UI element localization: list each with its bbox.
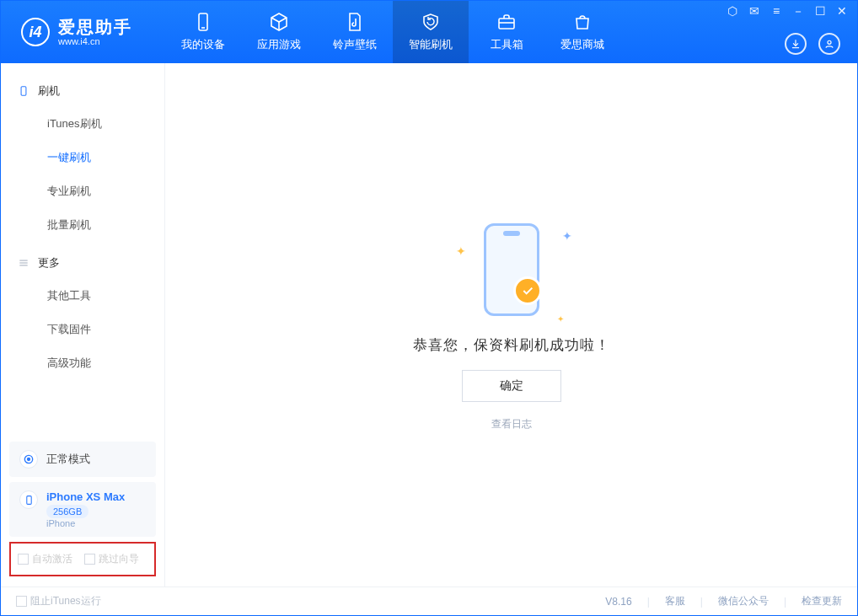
- sidebar-item-pro-flash[interactable]: 专业刷机: [1, 174, 164, 208]
- ok-button[interactable]: 确定: [462, 370, 561, 402]
- brand-sub: www.i4.cn: [58, 36, 132, 46]
- mode-icon: [19, 450, 38, 469]
- nav-my-device[interactable]: 我的设备: [165, 1, 241, 63]
- minimize-button[interactable]: －: [791, 4, 805, 19]
- menu-icon[interactable]: ≡: [770, 4, 783, 19]
- nav-store[interactable]: 爱思商城: [544, 1, 620, 63]
- brand-title: 爱思助手: [58, 18, 132, 36]
- success-message: 恭喜您，保资料刷机成功啦！: [413, 335, 610, 355]
- mode-card[interactable]: 正常模式: [9, 442, 156, 477]
- device-type: iPhone: [46, 518, 125, 528]
- block-itunes-checkbox[interactable]: 阻止iTunes运行: [16, 594, 101, 608]
- briefcase-icon: [496, 12, 517, 32]
- logo-mark-icon: i4: [21, 18, 50, 46]
- user-button[interactable]: [818, 33, 840, 55]
- nav-ringtone[interactable]: 铃声壁纸: [317, 1, 393, 63]
- sidebar-item-download-firmware[interactable]: 下载固件: [1, 313, 164, 346]
- device-card-icon: [19, 490, 38, 509]
- svg-point-11: [28, 458, 30, 461]
- main-nav: 我的设备 应用游戏 铃声壁纸 智能刷机 工具箱 爱思商城: [165, 1, 620, 63]
- check-icon: [513, 276, 542, 305]
- nav-toolbox[interactable]: 工具箱: [469, 1, 544, 63]
- download-icon: [790, 38, 802, 50]
- window-controls: ⬡ ✉ ≡ － ☐ ✕: [726, 4, 849, 19]
- mode-text: 正常模式: [46, 452, 90, 467]
- svg-rect-6: [21, 87, 26, 96]
- bag-icon: [572, 12, 593, 32]
- skin-icon[interactable]: ⬡: [726, 4, 739, 19]
- music-file-icon: [345, 12, 365, 32]
- brand-logo: i4 爱思助手 www.i4.cn: [1, 18, 165, 46]
- nav-smart-flash[interactable]: 智能刷机: [393, 1, 469, 63]
- feedback-icon[interactable]: ✉: [748, 4, 761, 19]
- close-button[interactable]: ✕: [835, 4, 849, 19]
- options-row: 自动激活 跳过向导: [9, 542, 156, 576]
- device-storage-badge: 256GB: [46, 505, 88, 518]
- version-label: V8.16: [605, 596, 631, 608]
- device-card[interactable]: iPhone XS Max 256GB iPhone: [9, 482, 156, 537]
- body-area: 刷机 iTunes刷机 一键刷机 专业刷机 批量刷机 更多 其他工具 下载固件 …: [1, 63, 857, 587]
- phone-icon: [193, 12, 213, 32]
- sidebar-item-one-click-flash[interactable]: 一键刷机: [1, 141, 164, 174]
- list-icon: [18, 257, 29, 269]
- sidebar-item-advanced[interactable]: 高级功能: [1, 346, 164, 380]
- sidebar-section-more[interactable]: 更多: [1, 247, 164, 279]
- sidebar-item-itunes-flash[interactable]: iTunes刷机: [1, 107, 164, 141]
- skip-guide-checkbox[interactable]: 跳过向导: [84, 552, 139, 566]
- header-right-actions: [785, 33, 840, 55]
- footer-bar: 阻止iTunes运行 V8.16 | 客服 | 微信公众号 | 检查更新: [1, 587, 857, 615]
- svg-point-5: [828, 40, 831, 44]
- maximize-button[interactable]: ☐: [813, 4, 827, 19]
- sidebar-section-flash[interactable]: 刷机: [1, 75, 164, 107]
- main-panel: ✦ ✦ ✦ 恭喜您，保资料刷机成功啦！ 确定 查看日志: [165, 63, 857, 587]
- refresh-shield-icon: [421, 12, 441, 32]
- sidebar: 刷机 iTunes刷机 一键刷机 专业刷机 批量刷机 更多 其他工具 下载固件 …: [1, 63, 165, 587]
- wechat-link[interactable]: 微信公众号: [718, 594, 769, 608]
- view-log-link[interactable]: 查看日志: [491, 417, 532, 431]
- svg-rect-2: [499, 19, 514, 29]
- header-bar: i4 爱思助手 www.i4.cn 我的设备 应用游戏 铃声壁纸 智能刷机: [1, 1, 857, 63]
- customer-service-link[interactable]: 客服: [665, 594, 685, 608]
- check-update-link[interactable]: 检查更新: [802, 594, 842, 608]
- svg-rect-12: [26, 495, 30, 504]
- device-icon: [18, 85, 29, 97]
- success-illustration: ✦ ✦ ✦: [461, 219, 562, 320]
- nav-apps[interactable]: 应用游戏: [241, 1, 317, 63]
- app-window: i4 爱思助手 www.i4.cn 我的设备 应用游戏 铃声壁纸 智能刷机: [0, 0, 858, 616]
- sidebar-item-other-tools[interactable]: 其他工具: [1, 279, 164, 313]
- device-name: iPhone XS Max: [46, 490, 125, 503]
- cube-icon: [269, 12, 289, 32]
- download-button[interactable]: [785, 33, 807, 55]
- auto-activate-checkbox[interactable]: 自动激活: [18, 552, 72, 566]
- user-icon: [823, 38, 835, 50]
- sidebar-item-batch-flash[interactable]: 批量刷机: [1, 208, 164, 242]
